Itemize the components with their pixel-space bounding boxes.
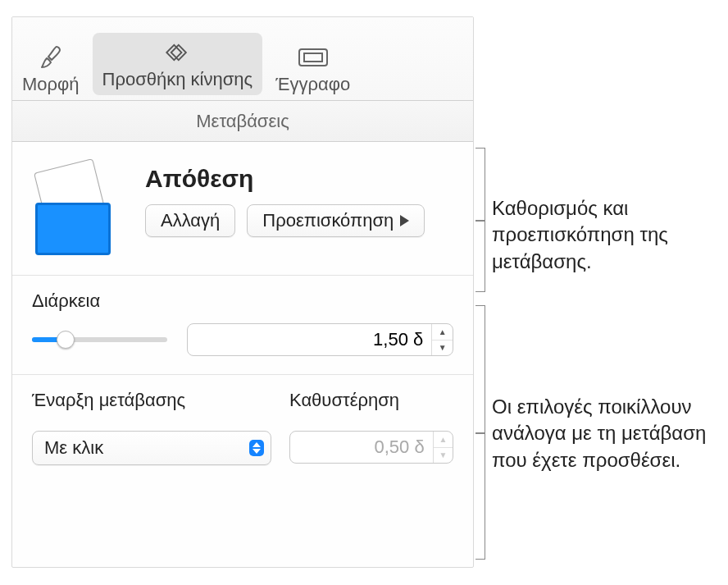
callout-bracket (475, 305, 485, 560)
effect-name: Απόθεση (145, 165, 453, 193)
delay-label: Καθυστέρηση (289, 390, 453, 411)
inspector-panel: Μορφή Προσθήκη κίνησης Έγγραφο Μεταβάσει… (11, 16, 474, 568)
tab-document-label: Έγγραφο (275, 74, 350, 95)
tab-format[interactable]: Μορφή (12, 38, 89, 100)
duration-field[interactable] (188, 324, 431, 355)
start-label: Έναρξη μετάβασης (32, 390, 271, 411)
tab-animate-label: Προσθήκη κίνησης (102, 69, 253, 90)
callout-bracket (475, 148, 485, 292)
preview-button[interactable]: Προεπισκόπηση (247, 204, 425, 237)
stepper-down-icon[interactable]: ▼ (434, 448, 453, 464)
stepper-up-icon[interactable]: ▲ (434, 432, 453, 448)
delay-field[interactable] (290, 432, 433, 463)
stepper-up-icon[interactable]: ▲ (432, 324, 453, 340)
duration-stepper[interactable]: ▲ ▼ (187, 323, 453, 356)
delay-stepper-buttons[interactable]: ▲ ▼ (433, 432, 453, 463)
preview-button-label: Προεπισκόπηση (262, 210, 394, 231)
transition-thumbnail (32, 165, 127, 255)
duration-section: Διάρκεια ▲ ▼ (12, 276, 473, 375)
delay-stepper[interactable]: ▲ ▼ (289, 431, 453, 464)
tab-format-label: Μορφή (22, 74, 80, 95)
slider-knob[interactable] (57, 331, 75, 349)
duration-slider[interactable] (32, 330, 167, 350)
chevron-updown-icon (249, 440, 264, 456)
diamond-icon (161, 39, 193, 66)
tab-animate[interactable]: Προσθήκη κίνησης (93, 33, 263, 95)
effect-section: Απόθεση Αλλαγή Προεπισκόπηση (12, 142, 473, 276)
transitions-subheader: Μεταβάσεις (12, 101, 473, 142)
svg-rect-1 (304, 53, 322, 62)
play-icon (400, 215, 409, 226)
duration-label: Διάρκεια (32, 290, 453, 312)
callout-text: Οι επιλογές ποικίλλουν ανάλογα με τη μετ… (492, 394, 721, 473)
tab-document[interactable]: Έγγραφο (266, 38, 360, 100)
stepper-down-icon[interactable]: ▼ (432, 340, 453, 356)
document-icon (297, 44, 330, 71)
callout-text: Καθορισμός και προεπισκόπηση της μετάβασ… (492, 195, 705, 275)
inspector-tabbar: Μορφή Προσθήκη κίνησης Έγγραφο (12, 17, 473, 101)
start-transition-value: Με κλικ (44, 437, 103, 459)
transitions-subheader-label: Μεταβάσεις (196, 111, 289, 132)
duration-stepper-buttons[interactable]: ▲ ▼ (431, 324, 453, 355)
brush-icon (34, 44, 67, 71)
change-button[interactable]: Αλλαγή (145, 204, 235, 237)
start-delay-section: Έναρξη μετάβασης Με κλικ Καθυστέρηση ▲ ▼ (12, 375, 473, 487)
change-button-label: Αλλαγή (161, 210, 220, 231)
start-transition-popup[interactable]: Με κλικ (32, 431, 271, 465)
